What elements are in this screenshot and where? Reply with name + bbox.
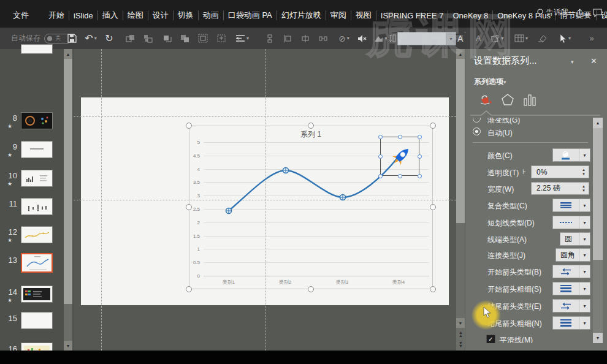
scroll-up-button[interactable]: ▲ <box>456 49 465 59</box>
menu-onekey8[interactable]: OneKey 8 <box>448 9 492 22</box>
resize-handle[interactable] <box>418 154 422 159</box>
bring-to-front-icon[interactable] <box>159 28 174 49</box>
effects-tab[interactable] <box>500 92 516 108</box>
distribute-horizontal-icon[interactable] <box>262 28 277 49</box>
resize-handle[interactable] <box>418 174 422 178</box>
line-spacing-icon[interactable] <box>387 28 397 49</box>
menu-ispring[interactable]: ISPRING FREE 7 <box>376 9 448 22</box>
chart-resize-handle[interactable] <box>186 286 192 292</box>
end-arrow-size-dropdown[interactable]: ▾ <box>552 316 590 330</box>
align-left-edge-icon[interactable] <box>280 28 295 49</box>
pane-menu-caret[interactable]: ▾ <box>571 59 574 65</box>
resize-handle[interactable] <box>378 135 383 139</box>
increase-font-icon[interactable]: Aˆ <box>455 28 468 49</box>
more-tools-icon[interactable]: » <box>582 28 601 49</box>
scroll-down-button[interactable]: ▼ <box>64 341 72 351</box>
comment-icon[interactable] <box>593 9 602 17</box>
tell-me-button[interactable]: 告诉我 <box>536 7 568 18</box>
scroll-down-button[interactable]: ▼ <box>593 333 603 343</box>
cap-type-dropdown[interactable]: 圆 ▾ <box>560 232 590 246</box>
slide-11-thumbnail[interactable] <box>21 198 53 215</box>
chart-resize-handle[interactable] <box>308 286 314 292</box>
dash-type-dropdown[interactable]: ▾ <box>552 216 590 229</box>
menu-view[interactable]: 视图 <box>351 8 376 23</box>
scroll-up-button[interactable]: ▲ <box>64 49 72 59</box>
eraser-icon[interactable] <box>535 28 549 49</box>
chart-resize-handle[interactable] <box>430 286 436 292</box>
chart-resize-handle[interactable] <box>186 204 192 210</box>
chart-resize-handle[interactable] <box>308 123 314 129</box>
begin-arrow-type-dropdown[interactable]: ▾ <box>552 265 590 278</box>
begin-arrow-size-dropdown[interactable]: ▾ <box>552 282 590 295</box>
scrollbar-thumb[interactable] <box>456 59 465 223</box>
bring-forward-icon[interactable] <box>123 28 137 49</box>
distribute-vertical-icon[interactable] <box>316 28 330 49</box>
undo-icon[interactable]: ↶▾ <box>82 28 100 49</box>
menu-islide[interactable]: iSlide <box>69 9 97 22</box>
menu-design[interactable]: 设计 <box>148 8 173 23</box>
scrollbar-thumb[interactable] <box>593 128 603 260</box>
close-icon[interactable]: ✕ <box>590 56 597 66</box>
slide-10-thumbnail[interactable] <box>21 170 53 187</box>
smooth-line-checkbox[interactable]: ✓ <box>486 335 495 343</box>
table-icon[interactable]: ▾ <box>511 28 532 49</box>
scrollbar-thumb[interactable] <box>64 59 72 304</box>
redo-icon[interactable]: ↻ <box>102 28 116 49</box>
slide-9-thumbnail[interactable] <box>21 141 53 158</box>
select-cursor-icon[interactable]: ▾ <box>555 28 576 49</box>
align-center-icon[interactable] <box>298 28 313 49</box>
color-dropdown-button[interactable]: ▾ <box>552 148 590 162</box>
end-arrow-type-dropdown[interactable]: ▾ <box>552 299 590 313</box>
section-caret[interactable]: ▾ <box>503 79 506 85</box>
slider-handle[interactable]: ⊦ <box>522 168 526 176</box>
slide-15-thumbnail[interactable] <box>21 312 53 329</box>
group-icon[interactable] <box>195 28 211 49</box>
regroup-icon[interactable] <box>213 28 229 49</box>
send-backward-icon[interactable] <box>140 28 155 49</box>
resize-handle[interactable] <box>378 154 383 159</box>
font-size-combobox[interactable] <box>397 32 446 45</box>
menu-review[interactable]: 审阅 <box>326 8 351 23</box>
autosave-toggle[interactable]: 自动保存 关 <box>11 33 72 44</box>
align-objects-icon[interactable]: ▾ <box>232 28 253 49</box>
menu-slideshow[interactable]: 幻灯片放映 <box>277 8 326 23</box>
slide-8-thumbnail[interactable] <box>21 112 53 129</box>
previous-slide-button[interactable]: ▲▲ <box>457 331 464 337</box>
menu-file[interactable]: 文件 <box>9 8 33 23</box>
menu-insert[interactable]: 插入 <box>98 8 123 23</box>
shape-style-icon[interactable]: ▾ <box>487 28 507 49</box>
menu-animations[interactable]: 动画 <box>199 8 223 23</box>
transparency-spinner[interactable]: 0% ▲▼ <box>531 165 589 178</box>
slide-12-thumbnail[interactable] <box>21 226 53 243</box>
slide-7-thumbnail-partial[interactable] <box>21 44 53 54</box>
resize-handle[interactable] <box>398 135 402 139</box>
menu-pocket-animation[interactable]: 口袋动画 PA <box>224 8 277 23</box>
slide-13-thumbnail-selected[interactable] <box>21 253 53 273</box>
scroll-up-button[interactable]: ▲ <box>593 118 603 128</box>
font-color-icon[interactable]: A <box>472 28 484 49</box>
share-icon[interactable] <box>576 9 586 17</box>
resize-handle[interactable] <box>418 135 422 139</box>
menu-draw[interactable]: 绘图 <box>123 8 148 23</box>
chart-resize-handle[interactable] <box>430 204 436 210</box>
join-type-dropdown[interactable]: 圆角 ▾ <box>555 248 590 262</box>
send-to-back-icon[interactable] <box>177 28 192 49</box>
scroll-down-button[interactable]: ▼ <box>456 318 465 328</box>
series-options-tab[interactable] <box>522 92 538 108</box>
resize-handle[interactable] <box>398 174 402 178</box>
resize-handle[interactable] <box>378 174 383 178</box>
chart-resize-handle[interactable] <box>430 123 436 129</box>
compound-type-dropdown[interactable]: ▾ <box>552 199 590 212</box>
width-spinner[interactable]: 2.25 磅 ▲▼ <box>531 182 589 195</box>
slide-14-thumbnail[interactable] <box>21 286 53 303</box>
menu-transitions[interactable]: 切换 <box>174 8 198 23</box>
next-slide-button[interactable]: ▼▼ <box>457 341 464 347</box>
rocket-image-selection[interactable] <box>380 137 419 176</box>
chart-resize-handle[interactable] <box>186 123 192 129</box>
save-icon[interactable] <box>64 28 80 49</box>
no-fill-icon[interactable]: ⊘▾ <box>335 28 353 49</box>
mute-icon[interactable] <box>354 28 370 49</box>
series-options-label[interactable]: 系列选项 <box>474 77 503 87</box>
fill-line-tab[interactable] <box>478 92 494 108</box>
menu-home[interactable]: 开始 <box>44 8 69 23</box>
